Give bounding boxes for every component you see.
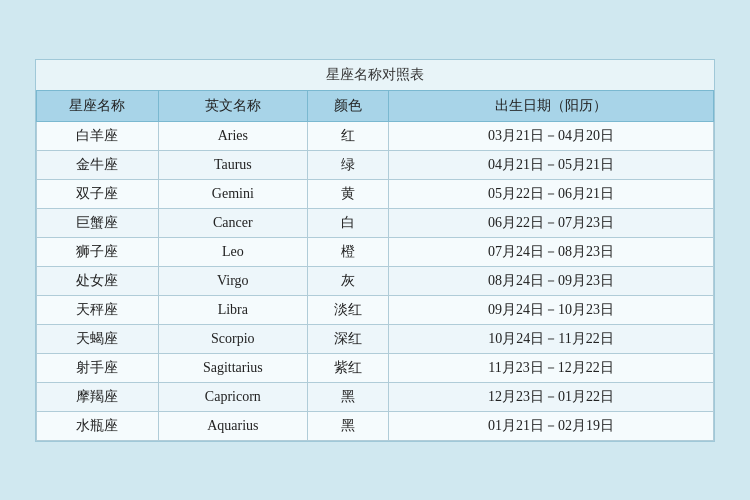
cell-birth-date: 10月24日－11月22日	[389, 324, 714, 353]
cell-chinese-name: 水瓶座	[37, 411, 159, 440]
table-row: 巨蟹座Cancer白06月22日－07月23日	[37, 208, 714, 237]
table-row: 摩羯座Capricorn黑12月23日－01月22日	[37, 382, 714, 411]
table-row: 金牛座Taurus绿04月21日－05月21日	[37, 150, 714, 179]
cell-color: 黑	[307, 411, 388, 440]
cell-birth-date: 07月24日－08月23日	[389, 237, 714, 266]
table-row: 天蝎座Scorpio深红10月24日－11月22日	[37, 324, 714, 353]
cell-english-name: Sagittarius	[158, 353, 307, 382]
cell-english-name: Libra	[158, 295, 307, 324]
cell-chinese-name: 狮子座	[37, 237, 159, 266]
cell-color: 淡红	[307, 295, 388, 324]
table-row: 水瓶座Aquarius黑01月21日－02月19日	[37, 411, 714, 440]
zodiac-table: 星座名称 英文名称 颜色 出生日期（阳历） 白羊座Aries红03月21日－04…	[36, 90, 714, 441]
table-header-row: 星座名称 英文名称 颜色 出生日期（阳历）	[37, 90, 714, 121]
cell-color: 紫红	[307, 353, 388, 382]
header-chinese-name: 星座名称	[37, 90, 159, 121]
page-title: 星座名称对照表	[36, 60, 714, 90]
zodiac-table-container: 星座名称对照表 星座名称 英文名称 颜色 出生日期（阳历） 白羊座Aries红0…	[35, 59, 715, 442]
table-row: 狮子座Leo橙07月24日－08月23日	[37, 237, 714, 266]
table-row: 白羊座Aries红03月21日－04月20日	[37, 121, 714, 150]
cell-chinese-name: 射手座	[37, 353, 159, 382]
cell-birth-date: 01月21日－02月19日	[389, 411, 714, 440]
table-row: 处女座Virgo灰08月24日－09月23日	[37, 266, 714, 295]
cell-chinese-name: 天秤座	[37, 295, 159, 324]
cell-english-name: Leo	[158, 237, 307, 266]
cell-birth-date: 09月24日－10月23日	[389, 295, 714, 324]
header-english-name: 英文名称	[158, 90, 307, 121]
cell-chinese-name: 双子座	[37, 179, 159, 208]
cell-birth-date: 05月22日－06月21日	[389, 179, 714, 208]
header-birth-date: 出生日期（阳历）	[389, 90, 714, 121]
cell-chinese-name: 白羊座	[37, 121, 159, 150]
cell-color: 黄	[307, 179, 388, 208]
cell-birth-date: 12月23日－01月22日	[389, 382, 714, 411]
cell-english-name: Gemini	[158, 179, 307, 208]
cell-color: 黑	[307, 382, 388, 411]
cell-birth-date: 06月22日－07月23日	[389, 208, 714, 237]
cell-birth-date: 03月21日－04月20日	[389, 121, 714, 150]
cell-birth-date: 08月24日－09月23日	[389, 266, 714, 295]
table-row: 天秤座Libra淡红09月24日－10月23日	[37, 295, 714, 324]
cell-color: 灰	[307, 266, 388, 295]
table-row: 双子座Gemini黄05月22日－06月21日	[37, 179, 714, 208]
cell-english-name: Cancer	[158, 208, 307, 237]
cell-color: 白	[307, 208, 388, 237]
header-color: 颜色	[307, 90, 388, 121]
cell-color: 红	[307, 121, 388, 150]
cell-color: 橙	[307, 237, 388, 266]
cell-english-name: Aquarius	[158, 411, 307, 440]
cell-english-name: Scorpio	[158, 324, 307, 353]
cell-chinese-name: 天蝎座	[37, 324, 159, 353]
cell-birth-date: 04月21日－05月21日	[389, 150, 714, 179]
table-row: 射手座Sagittarius紫红11月23日－12月22日	[37, 353, 714, 382]
cell-color: 绿	[307, 150, 388, 179]
cell-chinese-name: 金牛座	[37, 150, 159, 179]
cell-birth-date: 11月23日－12月22日	[389, 353, 714, 382]
cell-chinese-name: 巨蟹座	[37, 208, 159, 237]
cell-chinese-name: 处女座	[37, 266, 159, 295]
cell-english-name: Taurus	[158, 150, 307, 179]
cell-english-name: Capricorn	[158, 382, 307, 411]
cell-english-name: Virgo	[158, 266, 307, 295]
cell-english-name: Aries	[158, 121, 307, 150]
table-body: 白羊座Aries红03月21日－04月20日金牛座Taurus绿04月21日－0…	[37, 121, 714, 440]
cell-color: 深红	[307, 324, 388, 353]
cell-chinese-name: 摩羯座	[37, 382, 159, 411]
